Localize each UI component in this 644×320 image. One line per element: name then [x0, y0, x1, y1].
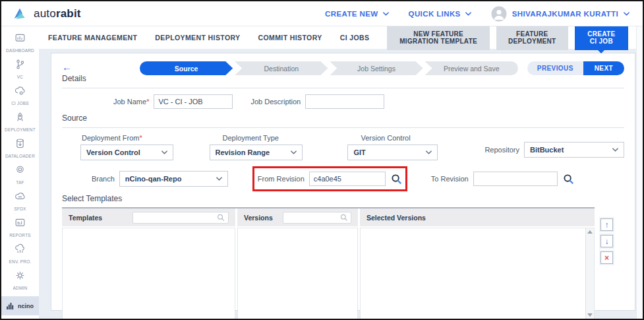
sidebar-item-deployment[interactable]: DEPLOYMENT [1, 109, 39, 135]
chevron-down-icon [624, 12, 629, 16]
scroll-up-icon[interactable] [587, 230, 593, 234]
sidebar-item-dashboard[interactable]: DASHBOARD [1, 30, 39, 56]
source-section-label: Source [62, 113, 624, 123]
from-revision-input[interactable] [309, 172, 386, 186]
divider [62, 127, 624, 128]
sidebar-item-ncino[interactable]: ncino [1, 296, 39, 315]
repository-label: Repository [484, 146, 519, 154]
sidebar-item-ci-jobs[interactable]: CI JOBS [1, 82, 39, 109]
divider [62, 88, 624, 88]
from-revision-search-button[interactable] [390, 172, 403, 185]
version-control-branch-icon [15, 59, 26, 73]
sidebar-item-admin[interactable]: ADMIN [1, 267, 39, 294]
remove-button[interactable]: × [600, 251, 613, 264]
database-icon [15, 138, 26, 152]
report-icon [15, 217, 26, 231]
dashboard-icon [15, 32, 26, 46]
sidebar-item-taf[interactable]: TAF [1, 162, 39, 188]
quick-links-menu[interactable]: QUICK LINKS [409, 10, 471, 18]
feature-deployment-button[interactable]: FEATURE DEPLOYMENT [496, 25, 568, 50]
chevron-down-icon [426, 150, 432, 154]
to-revision-search-button[interactable] [562, 172, 575, 185]
active-button-pointer [598, 50, 604, 53]
chevron-down-icon [291, 150, 297, 154]
step-destination[interactable]: Destination [235, 61, 328, 75]
user-name: SHIVARAJKUMAR KURATTI [512, 10, 618, 18]
branch-label: Branch [92, 175, 115, 183]
step-job-settings[interactable]: Job Settings [330, 61, 423, 75]
version-control-label: Version Control [347, 134, 484, 142]
selected-versions-actions: ↑ ↓ × [600, 207, 613, 319]
sidebar-item-dataloader[interactable]: DATALOADER [1, 135, 39, 162]
tab-commit-history[interactable]: COMMIT HISTORY [258, 34, 322, 42]
next-button[interactable]: NEXT [583, 61, 624, 75]
tab-feature-management[interactable]: FEATURE MANAGEMENT [48, 34, 137, 42]
job-description-input[interactable] [305, 94, 384, 109]
move-up-button[interactable]: ↑ [600, 218, 613, 231]
selected-versions-column-header: Selected Versions [366, 214, 426, 222]
create-new-label: CREATE NEW [325, 10, 378, 18]
job-description-label: Job Description [250, 98, 301, 106]
versions-search-box [283, 212, 351, 224]
create-ci-job-button[interactable]: CREATE CI JOB [575, 25, 628, 50]
cloud-gear-icon [15, 85, 26, 99]
versions-list-panel[interactable] [237, 228, 358, 319]
search-icon [563, 174, 574, 185]
cloud-icon [15, 191, 26, 205]
templates-search-box [132, 212, 229, 224]
secondary-nav: FEATURE MANAGEMENT DEPLOYMENT HISTORY CO… [39, 26, 636, 49]
version-control-select[interactable]: GIT [347, 144, 438, 160]
step-source[interactable]: Source [140, 61, 233, 75]
step-preview-and-save[interactable]: Preview and Save [425, 61, 518, 75]
to-revision-input[interactable] [473, 172, 558, 186]
templates-column-header: Templates [69, 214, 102, 222]
move-down-button[interactable]: ↓ [600, 235, 613, 247]
previous-button[interactable]: PREVIOUS [527, 61, 583, 75]
job-name-label: Job Name* [113, 98, 149, 106]
rocket-icon [15, 112, 26, 125]
badge-icon [15, 164, 26, 178]
templates-search-input[interactable] [136, 214, 217, 221]
tab-deployment-history[interactable]: DEPLOYMENT HISTORY [155, 34, 240, 42]
deployment-from-select[interactable]: Version Control [80, 144, 173, 160]
scroll-down-icon[interactable] [587, 313, 593, 317]
templates-list-panel[interactable] [62, 228, 235, 319]
sidebar-item-vc[interactable]: VC [1, 56, 39, 82]
autorabit-logo-icon [12, 6, 28, 22]
cloud-network-icon [15, 243, 26, 257]
avatar [491, 6, 507, 22]
create-new-menu[interactable]: CREATE NEW [325, 10, 388, 18]
chevron-down-icon [216, 177, 222, 181]
repository-select[interactable]: BitBucket [524, 142, 624, 158]
top-bar: autorabit CREATE NEW QUICK LINKS SHIVARA… [1, 1, 643, 26]
tab-ci-jobs[interactable]: CI JOBS [340, 34, 370, 42]
chevron-down-icon [612, 148, 618, 152]
back-arrow-icon[interactable]: ← [62, 63, 72, 72]
selected-versions-scrollbar[interactable] [585, 228, 594, 319]
selected-versions-panel[interactable] [360, 228, 595, 319]
quick-links-label: QUICK LINKS [409, 10, 461, 18]
required-asterisk: * [139, 134, 142, 142]
versions-search-input[interactable] [287, 214, 340, 221]
versions-column-header: Versions [244, 214, 273, 222]
deployment-type-select[interactable]: Revision Range [210, 144, 303, 160]
user-menu[interactable]: SHIVARAJKUMAR KURATTI [491, 6, 629, 22]
sidebar-item-sfdx[interactable]: SFDX [1, 188, 39, 214]
search-icon [340, 213, 347, 222]
job-name-input[interactable] [154, 94, 233, 109]
search-icon [217, 213, 225, 222]
page-scrollbar[interactable] [636, 26, 643, 319]
bar-chart-icon [7, 302, 15, 309]
page-content: ← Details Source Destination Job Setting… [39, 49, 636, 319]
sidebar-item-reports[interactable]: REPORTS [1, 214, 39, 241]
brand-logo[interactable]: autorabit [12, 6, 81, 22]
sidebar-item-env-pro[interactable]: ENV. PRO. [1, 241, 39, 267]
deployment-type-label: Deployment Type [210, 134, 348, 142]
details-back-label[interactable]: Details [62, 74, 140, 83]
chevron-down-icon [161, 150, 167, 154]
new-feature-migration-template-button[interactable]: NEW FEATURE MIGRATION TEMPLATE [387, 25, 489, 50]
required-asterisk: * [146, 98, 149, 106]
gear-icon [15, 270, 26, 284]
branch-select[interactable]: nCino-qan-Repo [119, 171, 228, 187]
brand-name: autorabit [34, 7, 81, 20]
